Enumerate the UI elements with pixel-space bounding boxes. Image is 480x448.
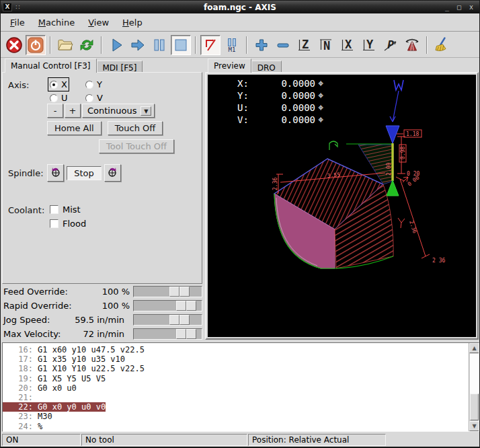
optional-pause-button[interactable]: M1 [222, 35, 242, 55]
maximize-button[interactable]: □ [455, 3, 463, 11]
slider-handle[interactable] [176, 329, 196, 339]
letter-z-icon: Z [296, 37, 313, 53]
control-tabs: Manual Control [F3] MDI [F5] [5, 59, 143, 73]
mist-checkbox-row[interactable]: Mist [50, 204, 81, 215]
rotate-view-button[interactable] [402, 35, 422, 55]
jog-minus-button[interactable]: - [47, 104, 63, 118]
view-z-rotated-button[interactable]: N [316, 35, 336, 55]
tab-mdi[interactable]: MDI [F5] [97, 61, 143, 73]
rapid-override-slider[interactable] [133, 300, 202, 311]
m1-pause-icon: M1 [224, 37, 240, 53]
jog-plus-button[interactable]: + [65, 104, 81, 118]
radio-dot [50, 94, 58, 102]
run-icon [108, 37, 124, 53]
dro-axis-value: 0.0000 [257, 90, 315, 101]
gcode-scrollbar[interactable]: ▲ ▼ [469, 343, 479, 431]
axis-radio-y[interactable]: Y [85, 79, 102, 89]
view-perspective-button[interactable]: P [381, 35, 401, 55]
open-file-button[interactable] [55, 35, 75, 55]
estop-button[interactable] [4, 35, 24, 55]
preview-canvas[interactable]: 1.18 0.98 0 20 0 00 2.36 2 36 2.36 3.55 … [208, 75, 476, 337]
spindle-cw-button[interactable] [104, 164, 121, 182]
slider-handle[interactable] [176, 301, 196, 311]
scroll-down-arrow-icon[interactable]: ▼ [469, 421, 479, 431]
coolant-label: Coolant: [8, 205, 44, 215]
skip-lines-button[interactable] [200, 35, 221, 55]
menu-help[interactable]: Help [117, 15, 148, 30]
tab-manual-control[interactable]: Manual Control [F3] [5, 59, 97, 73]
svg-text:2.36: 2.36 [272, 178, 278, 190]
pause-button[interactable] [149, 35, 169, 55]
gcode-line[interactable]: 23:M30 [3, 412, 468, 421]
rotate-cone-icon [403, 36, 421, 54]
gcode-line[interactable]: 18:G1 X10 Y10 u22.5 v22.5 [3, 364, 468, 373]
svg-text:Z: Z [302, 38, 309, 51]
slider-handle[interactable] [169, 287, 190, 297]
radio-dot [85, 81, 93, 89]
svg-text:2.36: 2.36 [408, 220, 418, 234]
view-x-button[interactable]: X [337, 35, 358, 55]
minimize-button[interactable]: _ [443, 3, 451, 11]
gcode-line-active[interactable]: 22:G0 x0 y0 u0 v0 [3, 402, 468, 412]
svg-text:M1: M1 [229, 46, 236, 53]
spindle-stop-button[interactable]: Stop [67, 166, 102, 180]
home-all-button[interactable]: Home All [47, 121, 102, 135]
zoom-out-button[interactable] [273, 35, 293, 55]
axis-radio-v[interactable]: V [85, 93, 103, 103]
status-bar: ON No tool Position: Relative Actual [1, 433, 479, 447]
slider-handle[interactable] [169, 315, 190, 325]
view-z-button[interactable]: Z [294, 35, 315, 55]
close-button[interactable]: x [467, 3, 475, 11]
spindle-ccw-button[interactable] [47, 164, 64, 182]
tab-dro[interactable]: DRO [251, 61, 282, 73]
axis-radio-x[interactable]: X [50, 79, 67, 89]
tool-touch-off-button[interactable]: Tool Touch Off [99, 139, 174, 153]
stop-button[interactable] [171, 35, 191, 55]
dro-readout: X:0.0000⌖ Y:0.0000⌖ U:0.0000⌖ V:0.0000⌖ [237, 77, 323, 126]
flood-checkbox-row[interactable]: Flood [50, 219, 86, 229]
menu-file[interactable]: File [5, 15, 30, 30]
menu-view[interactable]: View [83, 15, 114, 30]
jog-increment-dropdown[interactable]: Continuous ▼ [82, 104, 155, 118]
run-button[interactable] [106, 35, 126, 55]
toolbar-separator [101, 36, 102, 54]
preview-frame: 1.18 0.98 0 20 0 00 2.36 2 36 2.36 3.55 … [205, 72, 479, 340]
svg-text:X: X [345, 38, 352, 51]
gcode-line[interactable]: 16:G1 x60 y10 u47.5 v22.5 [3, 345, 468, 354]
zoom-in-button[interactable] [251, 35, 272, 55]
limit-marker [329, 141, 337, 150]
gcode-line[interactable]: 19:G1 X5 Y5 U5 V5 [3, 374, 468, 383]
svg-text:3.55: 3.55 [327, 172, 340, 179]
flood-checkbox[interactable] [50, 219, 58, 228]
manual-control-panel: Axis: X Y U V - + Continuous ▼ Home All [2, 72, 202, 284]
gcode-listing[interactable]: 16:G1 x60 y10 u47.5 v22.5 17:G1 x35 y10 … [2, 342, 479, 432]
gcode-line[interactable]: 17:G1 x35 y10 u35 v10 [3, 354, 468, 364]
clear-plot-button[interactable] [432, 35, 452, 55]
menu-machine[interactable]: Machine [33, 15, 80, 30]
skip-lines-icon [202, 37, 218, 53]
max-velocity-slider[interactable] [133, 328, 202, 340]
touch-off-button[interactable]: Touch Off [108, 121, 163, 135]
machine-on-button[interactable] [26, 35, 46, 55]
scroll-up-arrow-icon[interactable]: ▲ [469, 343, 479, 353]
axis-radio-u[interactable]: U [50, 93, 68, 103]
gcode-line[interactable]: 24:% [3, 422, 468, 431]
tool-line [393, 91, 399, 122]
jog-speed-slider[interactable] [133, 314, 202, 326]
step-button[interactable] [128, 35, 148, 55]
stop-icon [173, 37, 189, 53]
reload-icon [78, 36, 95, 54]
feed-override-slider[interactable] [133, 286, 202, 297]
gcode-line[interactable]: 20:G0 x0 u0 [3, 383, 468, 393]
axis-radio-label: U [61, 93, 68, 103]
tab-preview[interactable]: Preview [208, 59, 251, 73]
toolbar-separator [195, 36, 196, 54]
reload-button[interactable] [77, 35, 97, 55]
mist-checkbox[interactable] [50, 205, 58, 214]
letter-x-icon: X [339, 37, 356, 53]
view-y-button[interactable]: Y [359, 35, 379, 55]
rapid-override-value: 100 % [102, 301, 130, 311]
rapid-override-label: Rapid Override: [3, 301, 72, 311]
scrollbar-thumb[interactable] [470, 394, 479, 420]
gcode-line[interactable]: 21: [3, 393, 468, 402]
